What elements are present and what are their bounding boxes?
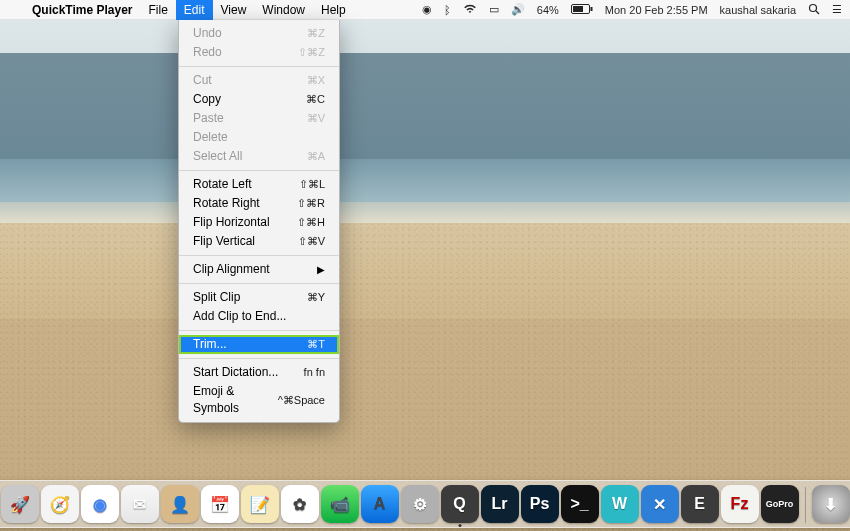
svg-rect-2 [573,6,583,12]
dock-filezilla[interactable]: Fz [721,485,759,523]
menu-delete[interactable]: Delete [179,128,339,147]
menu-separator [179,283,339,284]
menu-copy[interactable]: Copy⌘C [179,90,339,109]
desktop: QuickTime Player File Edit View Window H… [0,0,850,531]
menu-redo[interactable]: Redo⇧⌘Z [179,43,339,62]
menu-help[interactable]: Help [313,0,354,20]
dock-chrome[interactable]: ◉ [81,485,119,523]
menu-start-dictation[interactable]: Start Dictation...fn fn [179,363,339,382]
dock-wunderlist[interactable]: W [601,485,639,523]
menu-paste[interactable]: Paste⌘V [179,109,339,128]
dock-mail[interactable]: ✉ [121,485,159,523]
menu-emoji-symbols[interactable]: Emoji & Symbols^⌘Space [179,382,339,418]
svg-point-3 [810,4,817,11]
menu-window[interactable]: Window [254,0,313,20]
bluetooth-icon[interactable]: ᛒ [444,4,451,16]
menu-separator [179,66,339,67]
dock: ☻🚀🧭◉✉👤📅📝✿📹A⚙QLrPs>_W✕EFzGoPro⬇🗑 [0,480,850,528]
dock-downloads[interactable]: ⬇ [812,485,850,523]
battery-pct: 64% [537,4,559,16]
notification-center-icon[interactable]: ☰ [832,3,842,16]
dock-gopro[interactable]: GoPro [761,485,799,523]
app-name[interactable]: QuickTime Player [24,0,141,20]
submenu-arrow-icon: ▶ [317,261,325,278]
datetime[interactable]: Mon 20 Feb 2:55 PM [605,4,708,16]
dock-lightroom[interactable]: Lr [481,485,519,523]
dock-quicktime[interactable]: Q [441,485,479,523]
dock-photoshop[interactable]: Ps [521,485,559,523]
spotlight-icon[interactable] [808,3,820,17]
dock-notes[interactable]: 📝 [241,485,279,523]
menu-clip-alignment[interactable]: Clip Alignment▶ [179,260,339,279]
menu-select-all[interactable]: Select All⌘A [179,147,339,166]
menu-rotate-right[interactable]: Rotate Right⇧⌘R [179,194,339,213]
dock-preferences[interactable]: ⚙ [401,485,439,523]
dock-contacts[interactable]: 👤 [161,485,199,523]
menu-separator [179,170,339,171]
svg-line-4 [816,11,819,14]
menu-split-clip[interactable]: Split Clip⌘Y [179,288,339,307]
siri-icon[interactable]: ◉ [422,3,432,16]
menu-add-clip-to-end[interactable]: Add Clip to End... [179,307,339,326]
dock-evernote[interactable]: E [681,485,719,523]
dock-calendar[interactable]: 📅 [201,485,239,523]
menu-view[interactable]: View [213,0,255,20]
menu-cut[interactable]: Cut⌘X [179,71,339,90]
menu-separator [179,330,339,331]
dock-wrap: ☻🚀🧭◉✉👤📅📝✿📹A⚙QLrPs>_W✕EFzGoPro⬇🗑 [0,480,850,528]
dock-separator [805,487,806,523]
menu-file[interactable]: File [141,0,176,20]
menu-rotate-left[interactable]: Rotate Left⇧⌘L [179,175,339,194]
display-icon[interactable]: ▭ [489,3,499,16]
volume-icon[interactable]: 🔊 [511,3,525,16]
wifi-icon[interactable] [463,4,477,16]
menu-separator [179,255,339,256]
menu-flip-vertical[interactable]: Flip Vertical⇧⌘V [179,232,339,251]
menu-flip-horizontal[interactable]: Flip Horizontal⇧⌘H [179,213,339,232]
user-name[interactable]: kaushal sakaria [720,4,796,16]
menu-undo[interactable]: Undo⌘Z [179,24,339,43]
menubar: QuickTime Player File Edit View Window H… [0,0,850,20]
menu-trim[interactable]: Trim...⌘T [179,335,339,354]
svg-rect-1 [590,7,592,11]
menubar-right: ◉ ᛒ ▭ 🔊 64% Mon 20 Feb 2:55 PM kaushal s… [422,3,842,17]
edit-menu-dropdown: Undo⌘Z Redo⇧⌘Z Cut⌘X Copy⌘C Paste⌘V Dele… [178,20,340,423]
dock-photos[interactable]: ✿ [281,485,319,523]
dock-terminal[interactable]: >_ [561,485,599,523]
battery-icon[interactable] [571,4,593,16]
menu-separator [179,358,339,359]
dock-launchpad[interactable]: 🚀 [1,485,39,523]
menubar-left: QuickTime Player File Edit View Window H… [8,0,354,20]
dock-safari[interactable]: 🧭 [41,485,79,523]
dock-xcode[interactable]: ✕ [641,485,679,523]
menu-edit[interactable]: Edit [176,0,213,20]
dock-appstore[interactable]: A [361,485,399,523]
dock-facetime[interactable]: 📹 [321,485,359,523]
